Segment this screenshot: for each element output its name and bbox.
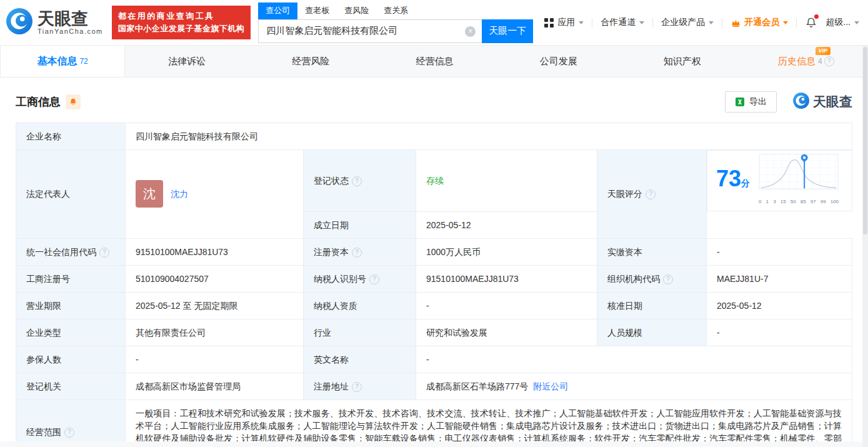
avatar[interactable]: 沈	[136, 180, 163, 208]
clear-icon[interactable]	[465, 26, 476, 37]
field-value-org-code: MAEJJ81U-7	[707, 265, 852, 292]
field-label-score: 天眼评分	[597, 150, 707, 239]
chart-x-axis: 0131550859799100	[759, 196, 839, 208]
export-button-label: 导出	[749, 96, 767, 108]
legal-rep-link[interactable]: 沈力	[171, 188, 188, 200]
search-tab-relation[interactable]: 查关系	[376, 3, 416, 19]
export-button[interactable]: 导出	[725, 91, 777, 113]
field-label-approved-date: 核准日期	[597, 292, 707, 319]
field-value-reg-no: 510109004027507	[126, 265, 304, 292]
page-bottom-strip	[0, 441, 868, 447]
table-row: 企业名称 四川智象启元智能科技有限公司	[16, 123, 852, 150]
field-value-insured-count: -	[126, 346, 304, 373]
field-value-reg-address: 成都高新区石羊场路777号 附近公司	[416, 373, 852, 399]
field-label-org-code: 组织机构代码	[597, 265, 707, 292]
table-row: 企业类型 其他有限责任公司 行业 研究和试验发展 人员规模 -	[16, 319, 852, 346]
tab-history-info[interactable]: 历史信息 VIP 4	[744, 46, 868, 77]
scrollbar[interactable]	[862, 46, 868, 447]
field-label-reg-authority: 登记机关	[16, 373, 126, 399]
field-value-term: 2025-05-12 至 无固定期限	[126, 292, 304, 319]
notification-dot	[814, 14, 819, 19]
question-icon[interactable]	[824, 56, 834, 66]
field-value-reg-status: 存续	[416, 150, 597, 212]
section-title: 工商信息	[16, 94, 61, 109]
question-icon[interactable]	[646, 189, 656, 199]
search-input[interactable]	[258, 19, 482, 43]
chevron-down-icon	[709, 21, 714, 24]
tianyancha-swirl-icon	[793, 93, 809, 111]
divider	[796, 18, 797, 28]
tab-operation-info[interactable]: 经营信息	[372, 46, 496, 77]
tab-company-development[interactable]: 公司发展	[497, 46, 621, 77]
tab-history-info-count: 4	[818, 57, 822, 66]
tab-intellectual-property[interactable]: 知识产权	[621, 46, 744, 77]
tab-basic-info-label: 基本信息	[37, 55, 77, 68]
bell-icon	[69, 98, 77, 106]
table-row: 营业期限 2025-05-12 至 无固定期限 纳税人资质 - 核准日期 202…	[16, 292, 852, 319]
field-value-uscc: 91510100MAEJJ81U73	[126, 238, 304, 265]
field-value-business-scope: 一般项目：工程和技术研究和试验发展；技术服务、技术开发、技术咨询、技术交流、技术…	[126, 399, 852, 447]
field-label-establish-date: 成立日期	[304, 211, 416, 238]
tab-operation-risk-label: 经营风险	[292, 56, 329, 68]
search-tab-boss[interactable]: 查老板	[297, 3, 337, 19]
menu-user[interactable]: 超级...	[826, 17, 859, 28]
promo-banner[interactable]: 都在用的商业查询工具 国家中小企业发展子基金旗下机构	[112, 6, 251, 39]
nearby-companies-link[interactable]: 附近公司	[533, 381, 568, 391]
menu-vip[interactable]: 开通会员	[731, 17, 788, 28]
scrollbar-thumb[interactable]	[863, 47, 867, 234]
table-row: 登记机关 成都高新区市场监督管理局 注册地址 成都高新区石羊场路777号 附近公…	[16, 373, 852, 399]
table-row: 工商注册号 510109004027507 纳税人识别号 91510100MAE…	[16, 265, 852, 292]
field-label-taxpayer-quality: 纳税人资质	[304, 292, 416, 319]
question-icon[interactable]	[663, 274, 673, 284]
field-label-reg-status: 登记状态	[304, 150, 416, 212]
tab-operation-risk[interactable]: 经营风险	[249, 46, 372, 77]
score-number: 73分	[716, 168, 750, 194]
monitor-bell-button[interactable]	[66, 94, 81, 109]
question-icon[interactable]	[369, 274, 379, 284]
field-value-industry: 研究和试验发展	[416, 319, 597, 346]
question-icon[interactable]	[352, 382, 362, 392]
tianyancha-logo[interactable]: 天眼查 TianYanCha.com	[6, 8, 103, 37]
menu-partner[interactable]: 合作通道	[601, 17, 644, 28]
question-icon[interactable]	[352, 248, 362, 258]
question-icon[interactable]	[99, 248, 109, 258]
apps-grid-icon	[544, 18, 554, 28]
chevron-down-icon	[579, 21, 584, 24]
chevron-down-icon	[639, 21, 644, 24]
field-value-english-name: -	[416, 346, 852, 373]
menu-enterprise[interactable]: 企业级产品	[661, 17, 714, 28]
tab-legal-litigation[interactable]: 法律诉讼	[125, 46, 249, 77]
company-nav-tabs: 基本信息 72 法律诉讼 经营风险 经营信息 公司发展 知识产权 历史信息 VI…	[0, 46, 868, 78]
field-label-term: 营业期限	[16, 292, 126, 319]
chevron-down-icon	[783, 21, 788, 24]
field-value-taxpayer-quality: -	[416, 292, 597, 319]
watermark-logo: 天眼查	[793, 93, 852, 111]
field-label-business-scope: 经营范围	[16, 399, 126, 447]
field-label-taxpayer-no: 纳税人识别号	[304, 265, 416, 292]
menu-apps[interactable]: 应用	[544, 17, 584, 28]
tab-basic-info[interactable]: 基本信息 72	[0, 46, 125, 77]
field-value-establish-date: 2025-05-12	[416, 211, 597, 238]
tab-history-info-label: 历史信息	[778, 56, 816, 66]
search-tab-risk[interactable]: 查风险	[337, 3, 376, 19]
menu-user-label: 超级...	[826, 17, 851, 28]
logo-name: 天眼查	[37, 10, 103, 28]
field-label-company-name: 企业名称	[16, 123, 126, 150]
search-tab-company[interactable]: 查公司	[258, 3, 297, 19]
question-icon[interactable]	[64, 428, 74, 438]
crown-icon	[731, 18, 741, 28]
notification-bell[interactable]	[805, 16, 817, 29]
field-label-legal-rep: 法定代表人	[16, 150, 126, 239]
table-row: 法定代表人 沈 沈力 登记状态 存续 天眼评分	[16, 150, 852, 212]
banner-line2: 国家中小企业发展子基金旗下机构	[118, 23, 245, 35]
tianyancha-swirl-icon	[6, 8, 32, 37]
field-label-staff-size: 人员规模	[597, 319, 707, 346]
menu-enterprise-label: 企业级产品	[661, 17, 705, 28]
business-info-table: 企业名称 四川智象启元智能科技有限公司 法定代表人 沈 沈力 登记状态	[0, 123, 868, 447]
search-button[interactable]: 天眼一下	[482, 19, 533, 43]
field-label-insured-count: 参保人数	[16, 346, 126, 373]
question-icon[interactable]	[352, 176, 362, 186]
field-value-paid-capital: -	[707, 238, 852, 265]
field-value-company-type: 其他有限责任公司	[126, 319, 304, 346]
field-label-reg-no: 工商注册号	[16, 265, 126, 292]
